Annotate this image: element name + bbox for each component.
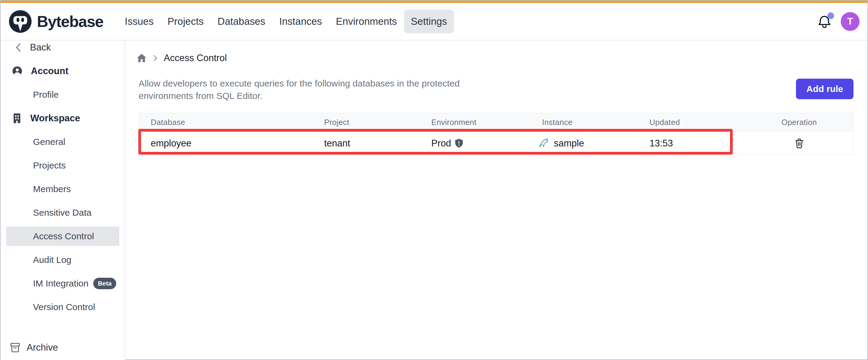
item-label: IM Integration <box>33 278 88 289</box>
sidebar-section-workspace: Workspace <box>1 106 125 130</box>
page-description: Allow developers to execute queries for … <box>138 77 460 102</box>
instance-cell: sample <box>530 137 638 150</box>
sidebar-item-access-control[interactable]: Access Control <box>6 227 119 246</box>
section-label: Account <box>31 66 68 76</box>
breadcrumb: Access Control <box>136 52 227 65</box>
notification-dot <box>828 12 834 19</box>
column-header-operation: Operation <box>745 118 853 127</box>
instance-label: sample <box>554 138 584 149</box>
archive-icon <box>10 342 21 353</box>
environment-cell: Prod <box>420 138 530 149</box>
archive-label: Archive <box>27 342 58 353</box>
user-avatar[interactable]: T <box>841 12 860 31</box>
sidebar-list: Back Account Profile <box>1 40 125 319</box>
protected-shield-icon <box>455 138 463 148</box>
item-label: Version Control <box>33 302 95 312</box>
topbar-right: T <box>817 3 860 40</box>
sidebar-item-members[interactable]: Members <box>1 177 125 201</box>
top-navbar: Bytebase Issues Projects Databases Insta… <box>1 3 867 40</box>
building-icon <box>12 113 22 124</box>
back-label: Back <box>30 42 51 53</box>
sidebar-item-projects[interactable]: Projects <box>1 154 125 177</box>
updated-cell: 13:53 <box>638 138 745 149</box>
access-rules-table: Database Project Environment Instance Up… <box>138 113 854 155</box>
column-header-updated: Updated <box>638 118 745 127</box>
add-rule-button[interactable]: Add rule <box>796 79 854 99</box>
section-label: Workspace <box>30 113 80 124</box>
user-icon <box>12 66 22 76</box>
breadcrumb-current: Access Control <box>164 53 227 64</box>
item-label: Profile <box>33 90 59 100</box>
column-header-instance: Instance <box>530 118 638 127</box>
settings-sidebar: Back Account Profile <box>1 40 125 360</box>
sidebar-item-audit-log[interactable]: Audit Log <box>1 248 125 272</box>
project-cell: tenant <box>312 138 420 149</box>
app-window: Bytebase Issues Projects Databases Insta… <box>0 0 868 360</box>
database-cell: employee <box>139 138 312 149</box>
sidebar-section-account: Account <box>1 59 125 83</box>
top-accent-stripe <box>1 1 867 3</box>
sidebar-item-version-control[interactable]: Version Control <box>1 295 125 319</box>
column-header-database: Database <box>139 118 312 127</box>
bytebase-logo[interactable]: Bytebase <box>8 10 103 33</box>
delete-rule-button[interactable] <box>795 138 804 149</box>
bytebase-logo-icon <box>8 10 32 33</box>
beta-badge: Beta <box>93 278 116 289</box>
sidebar-back-button[interactable]: Back <box>1 40 125 59</box>
table-row: employee tenant Prod sample <box>139 132 853 155</box>
nav-databases[interactable]: Databases <box>211 10 272 33</box>
sidebar-item-general[interactable]: General <box>1 130 125 154</box>
item-label: Access Control <box>33 231 94 241</box>
column-header-environment: Environment <box>420 118 530 127</box>
sidebar-item-sensitive-data[interactable]: Sensitive Data <box>1 201 125 225</box>
mysql-engine-icon <box>538 137 551 150</box>
environment-label: Prod <box>431 138 451 149</box>
nav-issues[interactable]: Issues <box>118 10 160 33</box>
table-header-row: Database Project Environment Instance Up… <box>139 113 853 132</box>
nav-settings[interactable]: Settings <box>404 10 454 33</box>
sidebar-item-im-integration[interactable]: IM Integration Beta <box>1 272 125 295</box>
sidebar-item-archive[interactable]: Archive <box>1 336 125 359</box>
brand-name: Bytebase <box>37 12 103 31</box>
notifications-button[interactable] <box>817 14 832 29</box>
chevron-left-icon <box>15 43 22 52</box>
avatar-initial: T <box>847 16 853 27</box>
chevron-right-icon <box>153 55 158 62</box>
item-label: Audit Log <box>33 255 71 265</box>
nav-environments[interactable]: Environments <box>329 10 404 33</box>
main-nav: Issues Projects Databases Instances Envi… <box>118 10 454 33</box>
nav-projects[interactable]: Projects <box>161 10 211 33</box>
trash-icon <box>795 138 804 149</box>
item-label: General <box>33 137 65 147</box>
main-content: Access Control Allow developers to execu… <box>125 40 867 359</box>
home-icon[interactable] <box>136 53 147 64</box>
column-header-project: Project <box>312 118 420 127</box>
description-line: Allow developers to execute queries for … <box>138 77 460 90</box>
sidebar-item-profile[interactable]: Profile <box>1 83 125 106</box>
operation-cell <box>745 138 853 149</box>
item-label: Projects <box>33 160 66 171</box>
description-line: environments from SQL Editor. <box>138 90 460 102</box>
item-label: Members <box>33 184 71 194</box>
nav-instances[interactable]: Instances <box>272 10 329 33</box>
item-label: Sensitive Data <box>33 207 91 218</box>
